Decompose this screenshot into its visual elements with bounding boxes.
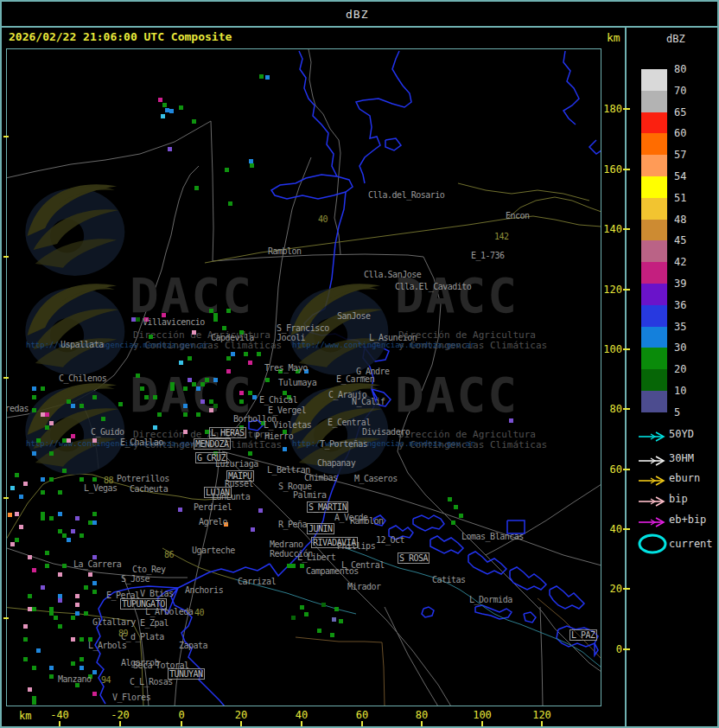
legend-band-30 <box>641 348 667 369</box>
legend-band-36 <box>641 305 667 327</box>
right-axis-tick <box>623 588 630 590</box>
legend-band-label: 57 <box>674 149 686 161</box>
bottom-axis-tick-label: -20 <box>101 709 139 721</box>
right-axis-tick <box>623 169 630 170</box>
legend-band-70 <box>641 91 667 112</box>
30HM-arrow-icon <box>638 453 667 469</box>
legend-band-label: 54 <box>674 170 686 182</box>
legend-band-57 <box>641 155 667 176</box>
right-axis-tick <box>623 108 630 110</box>
legend-title: dBZ <box>666 33 685 45</box>
legend-band-35 <box>641 327 667 348</box>
50YD-arrow-icon <box>638 429 667 445</box>
legend-band-65 <box>641 112 667 134</box>
eburn-arrow-icon <box>638 473 667 489</box>
bottom-axis-tick-label: 40 <box>283 709 321 721</box>
bottom-axis-tick <box>541 721 543 726</box>
window-title: dBZ <box>346 8 368 21</box>
legend-band-10 <box>641 391 667 412</box>
legend-band-label: 48 <box>674 214 686 226</box>
vertical-axis-unit: km <box>607 31 620 44</box>
legend-band-label: 39 <box>674 278 686 290</box>
legend-band-label: 36 <box>674 299 686 311</box>
right-axis-tick <box>623 528 630 530</box>
right-axis-tick <box>623 348 630 350</box>
legend-marker-label: 30HM <box>669 452 694 464</box>
legend-marker-label: eb+bip <box>669 514 706 526</box>
right-axis-tick <box>623 408 630 410</box>
left-axis-tick <box>3 136 9 137</box>
legend-band-39 <box>641 284 667 305</box>
horizontal-axis-unit: km <box>19 710 31 722</box>
radar-app-window: dBZ 2026/02/22 21:06:00 UTC Composite km… <box>0 0 719 728</box>
legend-band-label: 20 <box>674 363 686 375</box>
bottom-axis-tick <box>421 721 423 726</box>
right-axis-tick <box>623 289 630 291</box>
legend-band-45 <box>641 240 667 262</box>
legend-band-label: 65 <box>674 106 686 118</box>
legend-band-60 <box>641 133 667 155</box>
right-axis-tick-label: 40 <box>600 523 622 535</box>
bottom-axis-tick-label: 60 <box>343 709 381 721</box>
legend-band-80 <box>641 69 667 91</box>
right-axis-tick <box>623 469 630 470</box>
current-cell-symbol <box>638 533 669 559</box>
left-axis-tick <box>3 377 9 379</box>
left-axis-tick <box>3 256 9 258</box>
legend-band-48 <box>641 220 667 241</box>
bottom-axis-tick-label: 120 <box>523 709 561 721</box>
bottom-axis-tick-label: 0 <box>162 709 200 721</box>
right-axis-tick-label: 80 <box>600 403 622 415</box>
legend-band-label: 5 <box>674 406 680 418</box>
bottom-axis-tick <box>361 721 363 726</box>
legend-band-label: 70 <box>674 85 686 97</box>
right-axis-tick <box>623 228 630 230</box>
right-axis-tick-label: 0 <box>600 643 622 655</box>
legend-band-54 <box>641 176 667 198</box>
bottom-axis-tick-label: 80 <box>403 709 441 721</box>
titlebar-divider <box>2 26 719 28</box>
bottom-axis-tick <box>301 721 302 726</box>
legend-band-label: 51 <box>674 192 686 204</box>
legend-marker-label: eburn <box>669 472 700 484</box>
map-border <box>6 48 601 706</box>
legend-band-42 <box>641 262 667 284</box>
legend-band-label: 30 <box>674 342 686 354</box>
bottom-axis-tick <box>59 721 60 726</box>
right-axis-tick-label: 120 <box>600 284 622 296</box>
legend-band-label: 35 <box>674 321 686 333</box>
bottom-axis-tick <box>119 721 121 726</box>
legend-marker-label: current <box>669 538 713 550</box>
legend-band-51 <box>641 198 667 220</box>
right-axis-tick-label: 160 <box>600 163 622 176</box>
left-axis-tick <box>3 617 9 619</box>
right-axis-tick-label: 20 <box>600 583 622 595</box>
eb+bip-arrow-icon <box>638 514 667 531</box>
bottom-axis-tick <box>240 721 242 726</box>
bottom-axis-tick-label: -40 <box>41 709 79 721</box>
bip-arrow-icon <box>638 494 667 510</box>
right-axis-tick-label: 60 <box>600 463 622 476</box>
right-axis-tick-label: 180 <box>600 103 622 115</box>
left-axis-tick <box>3 497 9 499</box>
bottom-axis-tick <box>481 721 483 726</box>
right-axis-tick <box>623 648 630 650</box>
legend-band-label: 45 <box>674 234 686 246</box>
bottom-axis-tick-label: 20 <box>222 709 260 721</box>
timestamp-label: 2026/02/22 21:06:00 UTC Composite <box>9 30 232 43</box>
legend-band-label: 60 <box>674 127 686 139</box>
legend-band-label: 42 <box>674 256 686 268</box>
legend-band-20 <box>641 369 667 391</box>
bottom-axis-tick-label: 100 <box>463 709 501 721</box>
legend-band-label: 10 <box>674 385 686 397</box>
right-axis-tick-label: 100 <box>600 343 622 355</box>
legend-marker-label: 50YD <box>669 428 694 440</box>
bottom-axis-tick <box>181 721 182 726</box>
legend-band-label: 80 <box>674 63 686 75</box>
legend-panel-divider <box>625 26 627 728</box>
right-axis-tick-label: 140 <box>600 223 622 235</box>
legend-marker-label: bip <box>669 493 688 505</box>
